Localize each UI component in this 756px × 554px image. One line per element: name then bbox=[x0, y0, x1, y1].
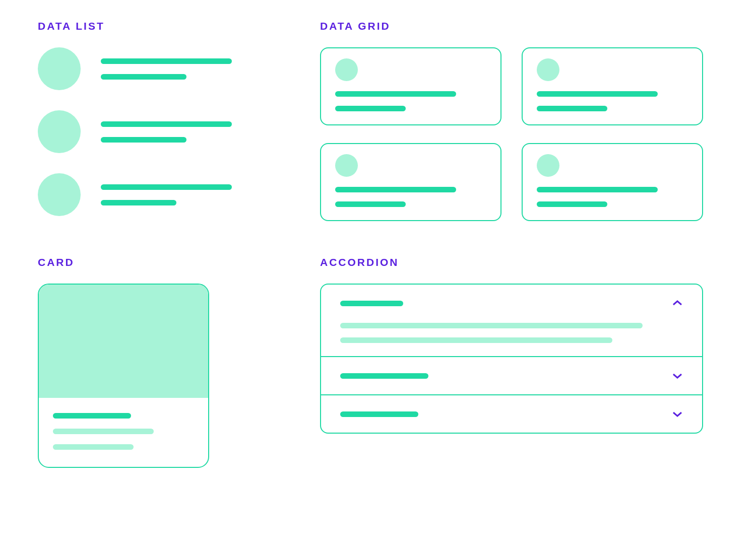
avatar-icon bbox=[335, 154, 358, 177]
placeholder-line bbox=[53, 413, 131, 419]
placeholder-line bbox=[101, 74, 186, 80]
placeholder-line bbox=[101, 184, 232, 190]
list-item-lines bbox=[101, 121, 232, 143]
data-grid-title: DATA GRID bbox=[320, 20, 703, 32]
placeholder-line bbox=[537, 187, 658, 192]
placeholder-line bbox=[101, 58, 232, 64]
chevron-up-icon bbox=[672, 298, 683, 309]
placeholder-line bbox=[340, 323, 643, 328]
placeholder-line bbox=[53, 429, 154, 434]
accordion-header[interactable] bbox=[340, 298, 683, 309]
placeholder-line bbox=[335, 106, 406, 111]
grid-card[interactable] bbox=[522, 47, 703, 125]
placeholder-line bbox=[101, 121, 232, 127]
placeholder-line bbox=[537, 201, 607, 207]
accordion-item bbox=[321, 285, 702, 356]
placeholder-line bbox=[340, 411, 418, 417]
chevron-down-icon bbox=[672, 370, 683, 381]
placeholder-line bbox=[101, 137, 186, 143]
data-list bbox=[38, 47, 270, 216]
grid-card[interactable] bbox=[320, 143, 501, 221]
accordion-title: ACCORDION bbox=[320, 256, 703, 268]
list-item[interactable] bbox=[38, 173, 270, 216]
avatar-icon bbox=[38, 173, 81, 216]
list-item[interactable] bbox=[38, 47, 270, 90]
placeholder-line bbox=[340, 373, 428, 379]
grid-card-lines bbox=[335, 187, 486, 207]
placeholder-line bbox=[335, 91, 456, 97]
placeholder-line bbox=[537, 91, 658, 97]
avatar-icon bbox=[38, 110, 81, 153]
chevron-down-icon bbox=[672, 408, 683, 420]
accordion-section: ACCORDION bbox=[320, 256, 703, 468]
grid-card[interactable] bbox=[522, 143, 703, 221]
accordion-body bbox=[340, 323, 683, 343]
placeholder-line bbox=[101, 200, 176, 205]
placeholder-line bbox=[53, 444, 134, 450]
data-list-title: DATA LIST bbox=[38, 20, 270, 32]
data-grid-section: DATA GRID bbox=[320, 20, 703, 221]
card-body bbox=[39, 398, 208, 467]
avatar-icon bbox=[335, 58, 358, 81]
card-title: CARD bbox=[38, 256, 270, 268]
accordion-item bbox=[321, 356, 702, 394]
placeholder-line bbox=[335, 201, 406, 207]
placeholder-line bbox=[335, 187, 456, 192]
accordion-header[interactable] bbox=[340, 370, 683, 381]
accordion bbox=[320, 284, 703, 434]
data-grid bbox=[320, 47, 703, 221]
card-section: CARD bbox=[38, 256, 270, 468]
avatar-icon bbox=[537, 154, 559, 177]
avatar-icon bbox=[537, 58, 559, 81]
grid-card-lines bbox=[537, 91, 688, 111]
accordion-item bbox=[321, 394, 702, 433]
data-list-section: DATA LIST bbox=[38, 20, 270, 221]
list-item-lines bbox=[101, 184, 232, 205]
list-item[interactable] bbox=[38, 110, 270, 153]
placeholder-line bbox=[340, 337, 612, 343]
card-image-placeholder bbox=[39, 285, 208, 398]
list-item-lines bbox=[101, 58, 232, 80]
placeholder-line bbox=[537, 106, 607, 111]
grid-card-lines bbox=[335, 91, 486, 111]
avatar-icon bbox=[38, 47, 81, 90]
grid-card[interactable] bbox=[320, 47, 501, 125]
grid-card-lines bbox=[537, 187, 688, 207]
accordion-header[interactable] bbox=[340, 408, 683, 420]
card[interactable] bbox=[38, 284, 209, 468]
placeholder-line bbox=[340, 301, 403, 306]
